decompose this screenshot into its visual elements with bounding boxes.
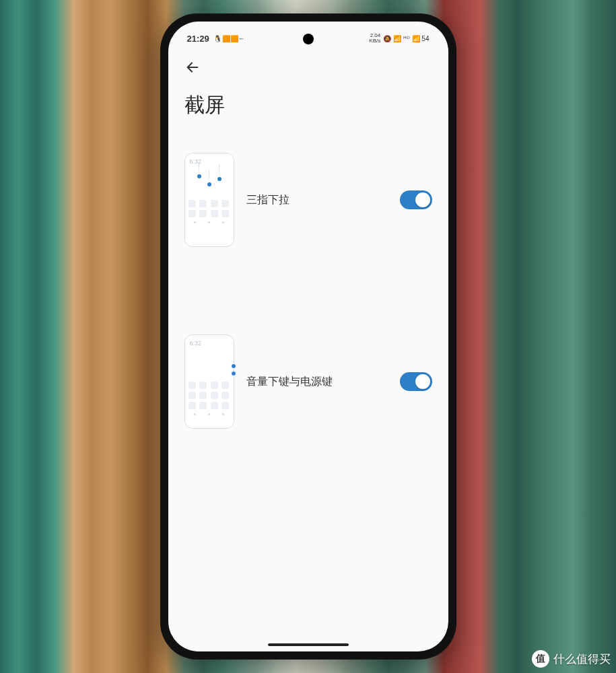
setting-volume-power: 6:32 音量下键与电源键 — [184, 334, 432, 429]
header — [168, 50, 448, 78]
status-time: 21:29 — [187, 34, 209, 44]
notification-icons: 🐧 🟧 🟧 ··· — [213, 35, 243, 42]
toggle-three-finger[interactable] — [400, 190, 432, 209]
watermark-text: 什么值得买 — [553, 651, 611, 667]
swipe-gesture-icon — [189, 169, 230, 193]
network-speed: 2.04 KB/s — [369, 33, 380, 44]
status-right: 2.04 KB/s 🔕 📶 ᴴᴰ 📶 54 — [369, 33, 429, 44]
camera-notch — [303, 34, 314, 44]
watermark: 值 什么值得买 — [532, 650, 611, 668]
setting-label: 三指下拉 — [246, 193, 388, 207]
illus-nav — [189, 221, 230, 223]
settings-list: 6:32 三指下拉 6:32 — [168, 126, 448, 429]
page-title: 截屏 — [168, 78, 448, 126]
status-left: 21:29 🐧 🟧 🟧 ··· — [187, 34, 243, 44]
illustration-button-combo: 6:32 — [184, 334, 234, 429]
illus-time: 6:32 — [189, 340, 230, 347]
arrow-left-icon — [185, 60, 200, 75]
home-indicator[interactable] — [268, 643, 349, 646]
illus-nav — [189, 413, 230, 415]
setting-three-finger-swipe: 6:32 三指下拉 — [184, 153, 432, 247]
status-indicators: 🔕 📶 ᴴᴰ 📶 54 — [383, 35, 429, 42]
setting-label: 音量下键与电源键 — [246, 375, 388, 389]
illustration-three-finger: 6:32 — [184, 153, 234, 247]
back-button[interactable] — [182, 57, 203, 78]
illus-app-grid — [189, 382, 230, 409]
illus-time: 6:32 — [189, 158, 230, 165]
button-press-icon — [231, 363, 236, 376]
watermark-badge: 值 — [532, 650, 549, 668]
phone-frame: 21:29 🐧 🟧 🟧 ··· 2.04 KB/s 🔕 📶 ᴴᴰ 📶 54 截屏… — [160, 13, 456, 660]
phone-screen: 21:29 🐧 🟧 🟧 ··· 2.04 KB/s 🔕 📶 ᴴᴰ 📶 54 截屏… — [168, 22, 448, 651]
toggle-volume-power[interactable] — [400, 372, 432, 391]
illus-app-grid — [189, 200, 230, 217]
